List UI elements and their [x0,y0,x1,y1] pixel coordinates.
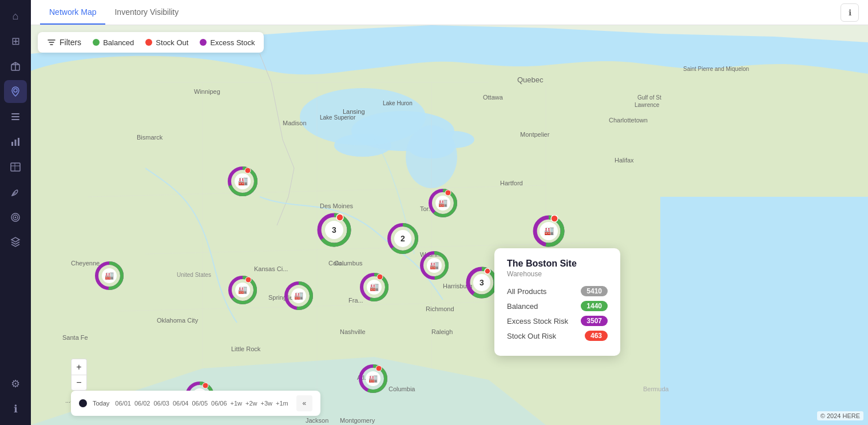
stock-out-label: Stock Out [156,38,188,47]
svg-text:Quebec: Quebec [517,76,544,84]
popup-badge-stock-out: 463 [585,331,608,341]
popup-badge-excess-stock: 3507 [581,316,608,326]
svg-text:🏭: 🏭 [430,260,439,270]
warehouse-marker-boston[interactable]: 🏭 [533,215,565,249]
svg-text:Jackson: Jackson [306,417,328,424]
timeline: Today 06/01 06/02 06/03 06/04 06/05 06/0… [71,391,320,416]
svg-text:3: 3 [332,225,336,235]
warehouse-marker-11[interactable]: 3 [466,267,498,301]
svg-text:🏭: 🏭 [105,271,114,280]
svg-text:Montpelier: Montpelier [520,131,550,138]
copyright-notice: © 2024 HERE [817,411,863,420]
svg-point-122 [485,268,490,274]
svg-point-21 [300,88,426,145]
warehouse-marker-1[interactable]: 🏭 [227,166,258,199]
sidebar-icon-grid[interactable]: ⊞ [4,30,27,53]
svg-text:🏭: 🏭 [370,282,379,292]
popup-label-balanced: Balanced [507,302,538,311]
warehouse-marker-2[interactable]: 3 [317,213,351,249]
sidebar-icon-target[interactable] [4,206,27,229]
svg-text:🏭: 🏭 [238,285,248,295]
sidebar-icon-table[interactable] [4,156,27,178]
timeline-tick-0605: 06/05 [192,400,208,407]
timeline-current-dot [79,399,87,407]
popup-badge-balanced: 1440 [581,301,608,311]
svg-point-95 [551,215,558,222]
svg-text:Lake Superior: Lake Superior [320,114,356,121]
zoom-out-button[interactable]: − [71,375,87,391]
excess-stock-label: Excess Stock [210,38,255,47]
timeline-today-label: Today [93,400,109,407]
warehouse-marker-7[interactable]: 🏭 [228,275,257,307]
warehouse-marker-3[interactable]: 2 [387,223,419,257]
sidebar-icon-layers[interactable] [4,231,27,254]
balanced-label: Balanced [103,38,134,47]
svg-text:🏭: 🏭 [238,176,248,186]
filters-button[interactable]: Filters [47,38,81,47]
svg-text:Hartford: Hartford [500,180,523,186]
svg-text:🏭: 🏭 [368,374,378,383]
sidebar-icon-home[interactable]: ⌂ [4,5,27,27]
sidebar-icon-leaf[interactable] [4,181,27,204]
sidebar-icon-info[interactable]: ℹ [4,398,27,420]
svg-text:Santa Fe: Santa Fe [62,334,88,341]
warehouse-marker-4[interactable]: 🏭 [428,188,458,220]
timeline-tick-3w: +3w [261,400,273,407]
svg-text:Saint Pierre and Miquelon: Saint Pierre and Miquelon [683,66,749,72]
timeline-tick-0603: 06/03 [153,400,169,407]
warehouse-marker-10[interactable]: 🏭 [419,251,449,283]
svg-text:Nashville: Nashville [340,328,366,335]
svg-text:Ottawa: Ottawa [483,94,504,101]
map-area[interactable]: Bismarck Winnipeg Cheyenne Santa Fe Okla… [31,25,868,425]
svg-point-127 [376,366,382,371]
main-content: Network Map Inventory Visibility ℹ [31,0,868,425]
svg-text:🏭: 🏭 [438,198,448,208]
svg-text:Madison: Madison [283,120,307,126]
warehouse-marker-8[interactable]: 🏭 [284,281,314,313]
tab-info-button[interactable]: ℹ [841,3,859,22]
popup-label-excess-stock: Excess Stock Risk [507,317,568,325]
sidebar-icon-chart[interactable] [4,130,27,153]
timeline-tick-0604: 06/04 [173,400,189,407]
svg-rect-23 [660,197,868,425]
legend-balanced: Balanced [93,38,134,47]
filters-label: Filters [60,38,81,47]
tab-network-map[interactable]: Network Map [40,1,105,25]
sidebar-icon-settings[interactable]: ⚙ [4,372,27,395]
excess-stock-dot [200,39,207,46]
svg-text:Raleigh: Raleigh [431,328,453,335]
svg-text:3: 3 [479,278,484,287]
svg-text:Lawrence: Lawrence [635,102,660,108]
svg-rect-9 [11,163,20,171]
warehouse-marker-6[interactable]: 🏭 [94,261,124,293]
warehouse-marker-12[interactable]: 🏭 [358,364,388,396]
svg-text:Lake Huron: Lake Huron [383,100,413,106]
svg-text:Columbus: Columbus [334,260,363,267]
sidebar-icon-location[interactable] [4,80,27,103]
svg-rect-6 [11,142,13,146]
tab-inventory-visibility[interactable]: Inventory Visibility [105,1,188,25]
popup-row-balanced: Balanced 1440 [507,301,608,311]
legend-excess-stock: Excess Stock [200,38,255,47]
svg-text:United States: United States [177,272,211,278]
svg-rect-5 [11,119,19,120]
timeline-collapse-button[interactable]: « [296,395,312,411]
zoom-in-button[interactable]: + [71,359,87,375]
warehouse-marker-9[interactable]: 🏭 [359,272,389,304]
popup-row-excess-stock: Excess Stock Risk 3507 [507,316,608,326]
svg-text:Winnipeg: Winnipeg [194,88,220,95]
svg-rect-7 [15,140,17,146]
balanced-dot [93,39,100,46]
timeline-tick-0601: 06/01 [115,400,131,407]
popup-title: The Boston Site [507,259,608,269]
svg-rect-8 [18,138,19,146]
svg-text:2: 2 [401,234,405,243]
svg-text:Richmond: Richmond [426,305,454,312]
legend-stock-out: Stock Out [145,38,188,47]
sidebar-icon-cube[interactable] [4,55,27,78]
sidebar-icon-list[interactable] [4,105,27,128]
svg-text:Des Moines: Des Moines [320,202,354,209]
timeline-tick-2w: +2w [245,400,257,407]
svg-text:Charlottetown: Charlottetown [609,117,648,124]
timeline-tick-1w: +1w [231,400,243,407]
